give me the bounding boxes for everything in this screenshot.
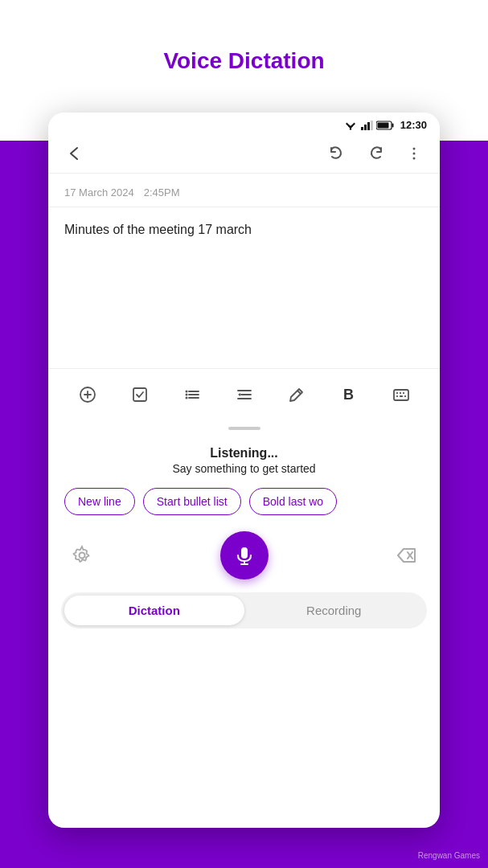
undo-icon [328,145,346,162]
phone-mockup: 12:30 [48,113,440,828]
back-icon [66,145,82,162]
battery-icon [376,121,394,130]
svg-rect-27 [394,390,408,400]
settings-icon [72,545,92,566]
svg-rect-28 [396,392,398,394]
svg-point-17 [185,391,187,393]
signal-icon [360,121,373,130]
svg-rect-16 [133,388,146,401]
svg-rect-5 [367,122,370,130]
listening-text: Listening... [64,446,424,461]
tab-dictation[interactable]: Dictation [64,596,244,625]
checkbox-button[interactable] [122,377,158,412]
svg-point-2 [350,128,351,129]
indent-icon [236,386,253,403]
format-toolbar: B [48,368,440,420]
drag-handle-bar [228,427,260,430]
list-button[interactable] [174,377,210,412]
keyboard-button[interactable] [383,377,419,412]
bottom-tabs: Dictation Recording [61,592,427,628]
svg-point-10 [413,148,416,150]
svg-rect-6 [371,121,373,130]
status-bar: 12:30 [48,113,440,134]
svg-point-34 [80,553,85,559]
svg-rect-32 [400,395,403,397]
bold-label: B [343,387,354,403]
back-button[interactable] [61,141,87,166]
svg-point-21 [185,397,187,399]
app-toolbar [48,134,440,174]
note-content-area[interactable]: Minutes of the meeting 17 march [48,207,440,368]
redo-button[interactable] [363,141,388,166]
tab-recording[interactable]: Recording [244,596,424,625]
note-date: 17 March 2024 [64,186,134,199]
svg-point-12 [413,158,416,160]
note-text: Minutes of the meeting 17 march [64,220,424,240]
svg-point-19 [185,394,187,396]
svg-rect-9 [377,122,388,128]
chip-bullet-list[interactable]: Start bullet list [143,488,241,515]
svg-rect-29 [400,392,401,394]
more-button[interactable] [401,141,427,166]
svg-rect-31 [396,395,398,397]
mic-button[interactable] [220,531,269,579]
undo-button[interactable] [324,141,350,166]
listening-hint: Say something to get started [64,462,424,475]
chip-bold-last[interactable]: Bold last wo [249,488,337,515]
list-icon [183,386,201,403]
pen-button[interactable] [279,377,314,412]
wifi-icon [344,121,357,130]
chips-row: New line Start bullet list Bold last wo [64,478,424,525]
indent-button[interactable] [227,377,262,412]
dictation-panel: Listening... Say something to get starte… [48,433,440,525]
controls-row [48,525,440,592]
settings-button[interactable] [64,538,100,573]
keyboard-icon [392,386,410,403]
chip-new-line[interactable]: New line [64,488,135,515]
svg-point-11 [413,153,416,155]
bold-button[interactable]: B [331,377,367,412]
svg-rect-30 [403,392,404,394]
redo-icon [367,145,384,162]
listening-status: Listening... Say something to get starte… [64,440,424,478]
add-icon [79,386,96,403]
watermark: Rengwan Games [418,851,480,860]
add-button[interactable] [70,377,105,412]
svg-rect-33 [404,395,406,397]
drag-handle [48,420,440,433]
note-metadata: 17 March 2024 2:45PM [48,174,440,207]
pen-icon [288,386,306,403]
note-time: 2:45PM [144,186,180,199]
checkbox-icon [131,386,149,403]
delete-button[interactable] [388,538,424,573]
svg-rect-8 [392,123,393,127]
page-title: Voice Dictation [0,0,488,98]
toolbar-right [324,141,427,166]
backspace-icon [396,545,416,566]
status-time: 12:30 [400,119,427,131]
more-icon [405,145,423,162]
svg-rect-3 [361,127,363,130]
svg-rect-4 [364,125,367,130]
toolbar-left [61,141,87,166]
svg-rect-35 [241,547,248,559]
mic-icon [233,544,256,567]
status-icons: 12:30 [344,119,427,131]
